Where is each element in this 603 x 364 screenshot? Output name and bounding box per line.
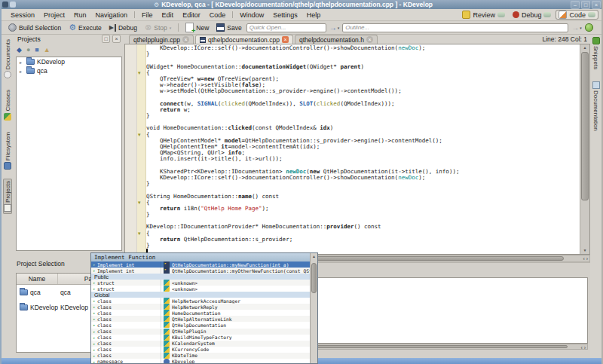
popup-item--unknown-[interactable]: ▸struct<unknown> [91,280,310,286]
scroll-left-right-icons[interactable]: ‹ › [583,255,588,262]
assistant-bulb-icon[interactable] [585,23,593,32]
projects-action-icon-4[interactable]: ▲ [44,46,51,54]
expander-icon[interactable]: ▸ [20,69,24,74]
tab-qthelpdocumentation-cpp[interactable]: qthelpdocumentation.cpp× [195,35,293,44]
projects-action-icon-2[interactable]: ● [26,46,30,54]
quick-open-go-button[interactable]: → ▾ [328,23,341,32]
stop-button[interactable]: ⊗ Stop ▾ [142,23,174,32]
quick-open-input[interactable] [246,23,326,32]
fold-marker-icon[interactable]: ▾ [138,132,141,138]
menu-run[interactable]: Run [69,11,91,20]
tab-qthelpdocumentation-h[interactable]: qthelpdocumentation.h× [295,35,378,44]
close-panel-icon[interactable]: × [112,35,121,43]
build-selection-button[interactable]: Build Selection [5,23,64,32]
editor-fold-border[interactable]: ▾▾▾▾ [137,44,146,254]
tree-item-qca[interactable]: ▸qca [17,66,121,75]
projects-action-icon-3[interactable]: ■ [35,46,38,54]
scroll-up-icon[interactable]: ▲ [311,253,317,260]
tab-close-icon[interactable]: × [366,36,373,43]
scrollbar-thumb[interactable] [581,52,589,200]
toolview-tab-label: Documentation [592,90,599,131]
popup-item-icon-cell [161,304,172,310]
toolview-tab-snippets[interactable]: Snippets [592,35,601,72]
popup-item-icon-cell [161,262,172,268]
tab-close-icon[interactable]: × [282,36,289,43]
popup-item-kcalendarsystem[interactable]: ▸classKCalendarSystem [91,341,310,347]
scroll-left-right-icons[interactable]: ‹ › [580,344,586,351]
popup-item-qthelpdocumentation-myothernewfunction-const-qstring-b-[interactable]: ▸Implement intQtHelpDocumentation::myOth… [91,268,310,274]
area-code-button[interactable]: Code [556,10,598,20]
popup-item-icon-cell [161,359,172,364]
projects-action-icon-1[interactable]: ◆ [17,46,22,54]
toolview-tab-projects[interactable]: Projects [3,179,12,214]
close-button[interactable]: × [592,1,601,9]
popup-item-kind: namespace [97,359,161,364]
popup-item-name: QtHelpDocumentation::myOtherNewFunction(… [172,268,310,274]
save-button[interactable]: Save [213,23,244,32]
menu-project[interactable]: Project [39,11,69,20]
execute-button[interactable]: ⚙ Execute [66,23,105,32]
window-pin-icon[interactable] [10,2,16,8]
popup-scrollbar[interactable]: ▲ [310,253,317,363]
new-button[interactable]: New [182,22,212,33]
area-label: Debug [522,11,542,19]
menu-editor[interactable]: Editor [178,11,205,20]
area-secondary-icon [588,12,595,17]
area-review-button[interactable]: Review [459,10,508,20]
menu-file[interactable]: File [137,11,158,20]
popup-item-kdatetime[interactable]: ▸classKDateTime [91,353,310,359]
tab-close-icon[interactable]: × [182,36,189,43]
menu-navigation[interactable]: Navigation [91,11,133,20]
popup-item-qthelpdocumentation[interactable]: ▸classQtHelpDocumentation [91,322,310,328]
menu-window[interactable]: Window [235,11,268,20]
editor-vscrollbar[interactable]: ▲ ▼ [580,44,589,254]
popup-item-qthelpdocumentation-mynewfunction-int-a-[interactable]: ▸Implement intQtHelpDocumentation::myNew… [91,262,310,268]
toolview-tab-filesystem[interactable]: Filesystem [3,130,12,172]
popup-item-kdevelop[interactable]: ▸namespaceKDevelop [91,359,310,364]
scrollbar-thumb[interactable] [311,263,317,293]
menu-session[interactable]: Session [6,11,39,20]
maximize-button[interactable]: □ [581,1,590,9]
outline-go-button[interactable]: → ▾ [570,23,583,32]
popup-item-homedocumentation[interactable]: ▸classHomeDocumentation [91,310,310,316]
outline-input[interactable] [342,23,568,32]
tree-item-kdevelop[interactable]: ▸KDevelop [17,57,121,66]
debug-button[interactable]: ▶ Debug [106,23,140,32]
menu-code[interactable]: Code [205,11,231,20]
fold-marker-icon[interactable]: ▾ [138,200,141,206]
area-debug-button[interactable]: Debug [510,11,555,20]
column-header-name[interactable]: Name [17,274,58,284]
documents-icon [4,71,11,78]
fold-marker-icon[interactable]: ▾ [138,231,141,237]
stop-icon: ⊗ [145,23,152,32]
expander-icon[interactable]: ▸ [20,60,24,65]
toolview-tab-classes[interactable]: Classes [3,87,12,122]
toolview-tab-documents[interactable]: Documents [3,37,12,81]
popup-item-qthelpplugin[interactable]: ▸classQtHelpPlugin [91,329,310,335]
menu-help[interactable]: Help [302,11,326,20]
popup-item-helpnetworkreply[interactable]: ▸classHelpNetworkReply [91,304,310,310]
code-view[interactable]: KDevelop::ICore::self()->documentationCo… [146,45,579,254]
code-editor[interactable]: ▾▾▾▾ KDevelop::ICore::self()->documentat… [124,44,590,255]
menu-settings[interactable]: Settings [268,11,302,20]
debug-icon: ▶ [109,24,116,32]
popup-item-helpnetworkaccessmanager[interactable]: ▸classHelpNetworkAccessManager [91,298,310,304]
fold-marker-icon[interactable]: ▾ [138,70,141,76]
menu-edit[interactable]: Edit [158,11,179,20]
scroll-up-icon[interactable]: ▲ [580,44,589,51]
window-menu-icon[interactable] [2,2,8,8]
float-panel-icon[interactable]: □ [102,35,110,43]
execute-label: Execute [78,24,102,32]
popup-item--unknown-[interactable]: ▸struct<unknown> [91,286,310,292]
popup-item-qthelpalternativelink[interactable]: ▸classQtHelpAlternativeLink [91,316,310,322]
toolview-tab-documentation[interactable]: Documentation [592,79,601,133]
popup-item-kbuildmimetypefactory[interactable]: ▸classKBuildMimeTypeFactory [91,335,310,341]
arrow-right-icon: → [329,23,337,32]
build-icon [8,23,17,32]
project-name: KDevelop [30,304,58,311]
titlebar[interactable]: ⚙ KDevelop, qca - [ KDevelop/documentati… [0,0,603,9]
scroll-down-icon[interactable]: ▼ [580,247,589,254]
minimize-button[interactable]: – [571,1,580,9]
tab-qthelpplugin-cpp[interactable]: qthelpplugin.cpp× [129,35,194,44]
popup-item-kcurrencycode[interactable]: ▸classKCurrencyCode [91,347,310,353]
